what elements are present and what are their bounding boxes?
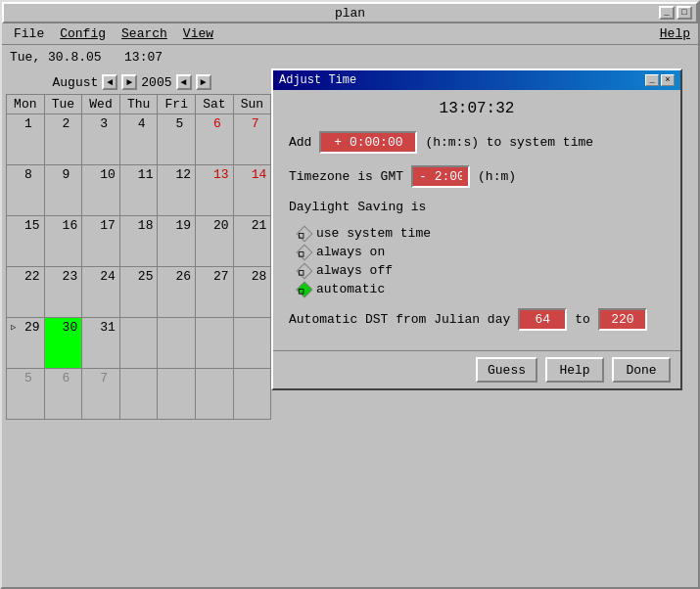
calendar-cell[interactable] (196, 318, 234, 369)
calendar-cell[interactable]: 20 (196, 216, 234, 267)
calendar-day-number: 2 (63, 116, 70, 131)
calendar-cell[interactable]: 1 (7, 114, 45, 165)
calendar-day-number: 29 (24, 320, 40, 335)
calendar-cell[interactable] (119, 369, 158, 420)
radio-always-off-icon (297, 262, 313, 279)
calendar-cell[interactable]: 5 (158, 114, 196, 165)
done-button[interactable]: Done (612, 357, 671, 383)
calendar-cell[interactable]: 9 (44, 165, 82, 216)
calendar-cell[interactable]: 10 (82, 165, 120, 216)
radio-automatic-icon (297, 281, 313, 297)
calendar-cell[interactable] (158, 369, 196, 420)
calendar-day-number: 6 (213, 116, 221, 131)
daylight-label: Daylight Saving is (289, 200, 426, 214)
daylight-section: Daylight Saving is use system time alway… (289, 200, 665, 296)
daylight-row: Daylight Saving is (289, 200, 665, 214)
guess-button[interactable]: Guess (476, 357, 537, 383)
calendar-cell[interactable]: 22 (7, 267, 45, 318)
calendar-cell[interactable]: 25 (119, 267, 158, 318)
menu-config[interactable]: Config (52, 24, 114, 43)
radio-always-off[interactable]: always off (299, 263, 665, 278)
add-time-input[interactable] (319, 131, 417, 154)
add-time-row: Add (h:m:s) to system time (289, 131, 665, 154)
calendar-cell[interactable]: 6 (44, 369, 82, 420)
status-time: 13:07 (124, 50, 163, 65)
calendar-cell[interactable]: 2 (44, 114, 82, 165)
calendar-cell[interactable] (119, 318, 158, 369)
calendar-day-number: 10 (100, 167, 116, 182)
timezone-row: Timezone is GMT (h:m) (289, 165, 665, 188)
menu-help[interactable]: Help (660, 26, 690, 41)
dialog-overlay: Adjust Time _ × 13:07:32 Add (h:m:s) to … (261, 68, 692, 460)
dialog-title-text: Adjust Time (279, 73, 356, 87)
current-time-display: 13:07:32 (289, 100, 665, 117)
timezone-input[interactable] (411, 165, 470, 188)
add-unit-label: (h:m:s) to system time (425, 135, 593, 150)
dst-to-input[interactable] (598, 308, 647, 331)
calendar-cell[interactable]: 8 (7, 165, 45, 216)
calendar-cell[interactable]: 5 (7, 369, 45, 420)
calendar-cell[interactable]: 18 (119, 216, 158, 267)
dialog-close-button[interactable]: × (661, 74, 675, 86)
menu-search[interactable]: Search (114, 24, 175, 43)
minimize-button[interactable]: _ (659, 6, 675, 20)
window-title: plan (335, 6, 365, 21)
help-button[interactable]: Help (545, 357, 604, 383)
calendar-cell[interactable]: 31 (82, 318, 120, 369)
next-month-button[interactable]: ► (121, 74, 137, 90)
calendar-month: August (52, 75, 98, 90)
calendar-cell[interactable] (196, 369, 234, 420)
next-year-button[interactable]: ► (196, 74, 211, 90)
radio-use-system[interactable]: use system time (299, 226, 665, 241)
menu-bar: File Config Search View Help (2, 23, 698, 45)
calendar-cell[interactable]: 19 (158, 216, 196, 267)
maximize-button[interactable]: □ (677, 6, 692, 20)
calendar-day-number: 31 (100, 320, 116, 335)
calendar-day-number: 24 (100, 269, 116, 284)
calendar-cell[interactable]: 17 (82, 216, 120, 267)
calendar-cell[interactable]: 16 (44, 216, 82, 267)
prev-year-button[interactable]: ◄ (176, 74, 192, 90)
calendar-day-number: 5 (175, 116, 183, 131)
menu-file[interactable]: File (6, 24, 52, 43)
radio-automatic-label: automatic (316, 282, 385, 296)
calendar-cell[interactable]: 15 (7, 216, 45, 267)
radio-use-system-label: use system time (316, 226, 431, 241)
calendar-cell[interactable]: 12 (158, 165, 196, 216)
calendar-cell[interactable]: 23 (44, 267, 82, 318)
menu-view[interactable]: View (175, 24, 221, 43)
status-bar: Tue, 30.8.05 13:07 (2, 45, 698, 68)
calendar-cell[interactable]: 26 (158, 267, 196, 318)
calendar-cell[interactable]: 13 (196, 165, 234, 216)
calendar-cell[interactable] (158, 318, 196, 369)
calendar-cell[interactable]: 27 (196, 267, 234, 318)
calendar-day-number: 5 (24, 371, 32, 385)
calendar-cell[interactable]: 30 (44, 318, 82, 369)
calendar-cell[interactable]: 4 (119, 114, 158, 165)
dst-from-input[interactable] (518, 308, 567, 331)
col-sat: Sat (196, 95, 234, 114)
col-tue: Tue (44, 95, 82, 114)
calendar-cell[interactable]: 24 (82, 267, 120, 318)
dialog-minimize-button[interactable]: _ (645, 74, 659, 86)
calendar-day-number: 6 (63, 371, 70, 385)
calendar-day-number: 1 (24, 116, 32, 131)
calendar-cell[interactable]: 11 (119, 165, 158, 216)
calendar-day-number: 23 (63, 269, 78, 284)
calendar-table: Mon Tue Wed Thu Fri Sat Sun 123456789101… (6, 94, 271, 420)
radio-always-on-icon (297, 244, 313, 260)
calendar-cell[interactable]: ▷29 (7, 318, 45, 369)
calendar-cell[interactable]: 3 (82, 114, 120, 165)
radio-automatic[interactable]: automatic (299, 282, 665, 296)
prev-month-button[interactable]: ◄ (102, 74, 117, 90)
calendar-day-number: 7 (252, 116, 259, 131)
calendar-day-number: 22 (24, 269, 40, 284)
calendar-cell[interactable]: 7 (82, 369, 120, 420)
radio-always-on[interactable]: always on (299, 245, 665, 259)
dst-row: Automatic DST from Julian day to (289, 308, 665, 331)
calendar-day-number: 8 (24, 167, 32, 182)
radio-always-off-label: always off (316, 263, 393, 278)
calendar-cell[interactable]: 6 (196, 114, 234, 165)
main-area: August ◄ ► 2005 ◄ ► Mon Tue Wed Thu Fri … (2, 68, 698, 589)
calendar-day-number: 15 (24, 218, 40, 233)
